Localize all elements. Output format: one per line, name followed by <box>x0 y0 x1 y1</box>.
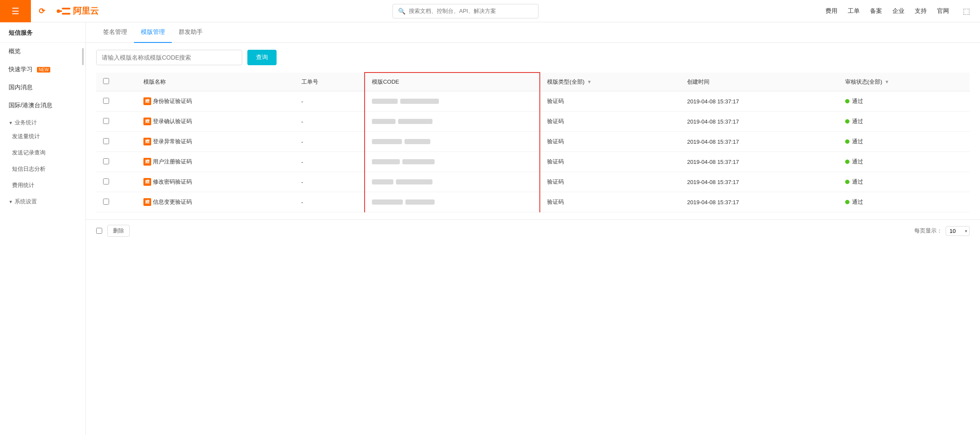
page-size-select[interactable]: 10 20 50 100 <box>946 226 970 236</box>
row-code-cell <box>365 152 540 172</box>
row-time: 2019-04-08 15:37:17 <box>687 159 739 165</box>
row-time: 2019-04-08 15:37:17 <box>687 98 739 105</box>
gift-badge-icon: 赠 <box>143 158 151 166</box>
gift-badge-icon: 赠 <box>143 97 151 105</box>
page-size-wrap: 10 20 50 100 ▾ <box>946 226 970 236</box>
row-type: 验证码 <box>547 178 564 185</box>
sidebar-item-quicklearn[interactable]: 快速学习 NEW <box>0 60 85 79</box>
sidebar-item-sendstats-label: 发送量统计 <box>12 133 40 139</box>
row-code-cell <box>365 112 540 132</box>
query-button[interactable]: 查询 <box>247 50 277 65</box>
content-area: 签名管理 模版管理 群发助手 查询 <box>86 22 980 435</box>
th-checkbox <box>96 72 137 91</box>
sidebar-section-bizstats[interactable]: ▼ 业务统计 <box>0 115 85 128</box>
nav-link-filing[interactable]: 备案 <box>870 7 882 15</box>
row-status: 通过 <box>852 178 863 186</box>
sidebar-item-quicklearn-label: 快速学习 <box>9 66 33 73</box>
search-box[interactable]: 🔍 <box>393 4 539 18</box>
row-name: 用户注册验证码 <box>153 158 192 166</box>
name-badge: 赠 信息变更验证码 <box>143 198 192 206</box>
sidebar-item-sendstats[interactable]: 发送量统计 <box>0 128 85 145</box>
nav-search-input[interactable] <box>409 8 533 14</box>
code-block-1 <box>372 199 403 205</box>
th-time: 创建时间 <box>680 72 838 91</box>
type-filter-icon[interactable]: ▾ <box>588 79 591 85</box>
code-placeholder <box>372 179 533 184</box>
row-checkbox[interactable] <box>103 138 109 144</box>
status-pass: 通过 <box>845 118 963 125</box>
row-type-cell: 验证码 <box>540 112 680 132</box>
sidebar-item-overview[interactable]: 概览 <box>0 42 85 60</box>
nav-link-enterprise[interactable]: 企业 <box>892 7 904 15</box>
svg-rect-4 <box>62 13 70 15</box>
tab-groupsend[interactable]: 群发助手 <box>172 22 210 43</box>
sidebar-item-international[interactable]: 国际/港澳台消息 <box>0 97 85 115</box>
select-all-checkbox[interactable] <box>103 78 109 84</box>
row-checkbox-cell <box>96 192 137 212</box>
status-pass: 通过 <box>845 158 963 166</box>
row-name-cell: 赠 登录异常验证码 <box>137 132 295 152</box>
row-type: 验证码 <box>547 98 564 104</box>
code-block-2 <box>396 179 432 184</box>
sidebar-title: 短信服务 <box>0 22 85 42</box>
row-name-cell: 赠 修改密码验证码 <box>137 172 295 192</box>
sidebar-item-feestats[interactable]: 费用统计 <box>0 177 85 193</box>
sidebar-item-sendrecord[interactable]: 发送记录查询 <box>0 145 85 161</box>
row-checkbox-cell <box>96 152 137 172</box>
top-nav: ☰ ⟳ 阿里云 🔍 费用 工单 备案 企业 支持 官网 ⬚ <box>0 0 980 22</box>
footer-checkbox[interactable] <box>96 228 102 234</box>
row-workorder-cell: - <box>295 132 365 152</box>
row-workorder: - <box>301 98 303 105</box>
section-arrow-settings: ▼ <box>9 199 13 204</box>
hamburger-button[interactable]: ☰ <box>0 0 31 22</box>
row-checkbox[interactable] <box>103 118 109 124</box>
row-workorder-cell: - <box>295 112 365 132</box>
aliyun-logo-icon: ⟳ <box>38 6 53 16</box>
row-checkbox[interactable] <box>103 178 109 184</box>
nav-link-workorder[interactable]: 工单 <box>848 7 860 15</box>
row-checkbox[interactable] <box>103 158 109 164</box>
row-type-cell: 验证码 <box>540 172 680 192</box>
status-filter-icon[interactable]: ▾ <box>886 79 889 85</box>
status-pass: 通过 <box>845 178 963 186</box>
name-badge: 赠 登录异常验证码 <box>143 138 192 145</box>
nav-link-official[interactable]: 官网 <box>937 7 949 15</box>
footer-left: 删除 <box>96 225 130 237</box>
template-search-input[interactable] <box>96 50 242 65</box>
code-block-2 <box>402 159 435 164</box>
nav-link-fee[interactable]: 费用 <box>825 7 837 15</box>
row-type-cell: 验证码 <box>540 192 680 212</box>
name-badge: 赠 修改密码验证码 <box>143 178 192 186</box>
row-type-cell: 验证码 <box>540 91 680 112</box>
nav-link-support[interactable]: 支持 <box>915 7 927 15</box>
row-checkbox[interactable] <box>103 98 109 104</box>
search-area: 🔍 <box>106 4 825 18</box>
sidebar-section-settings[interactable]: ▼ 系统设置 <box>0 193 85 207</box>
tab-signature[interactable]: 签名管理 <box>96 22 134 43</box>
row-checkbox-cell <box>96 172 137 192</box>
status-pass: 通过 <box>845 138 963 145</box>
code-placeholder <box>372 159 533 164</box>
row-checkbox-cell <box>96 112 137 132</box>
row-status: 通过 <box>852 118 863 125</box>
sidebar-item-international-label: 国际/港澳台消息 <box>9 102 52 109</box>
row-time-cell: 2019-04-08 15:37:17 <box>680 172 838 192</box>
app-layout: 短信服务 概览 快速学习 NEW 国内消息 国际/港澳台消息 ▼ 业务统计 发送… <box>0 0 980 435</box>
row-time: 2019-04-08 15:37:17 <box>687 118 739 125</box>
search-icon: 🔍 <box>398 8 405 15</box>
tab-template[interactable]: 模版管理 <box>134 22 172 43</box>
row-name-cell: 赠 信息变更验证码 <box>137 192 295 212</box>
name-badge: 赠 用户注册验证码 <box>143 158 192 166</box>
svg-rect-2 <box>57 9 60 13</box>
sidebar-item-domestic-label: 国内消息 <box>9 84 33 91</box>
delete-button[interactable]: 删除 <box>107 225 130 237</box>
sidebar-item-smslog[interactable]: 短信日志分析 <box>0 161 85 177</box>
user-exit-icon[interactable]: ⬚ <box>959 4 973 18</box>
row-checkbox[interactable] <box>103 199 109 205</box>
tab-bar: 签名管理 模版管理 群发助手 <box>86 22 980 43</box>
sidebar-item-sendrecord-label: 发送记录查询 <box>12 149 46 156</box>
sidebar-item-domestic[interactable]: 国内消息 <box>0 79 85 97</box>
table-row: 赠 用户注册验证码 - 验证码 2019-04-08 15:37:17 <box>96 152 970 172</box>
row-status-cell: 通过 <box>838 192 970 212</box>
row-workorder-cell: - <box>295 172 365 192</box>
